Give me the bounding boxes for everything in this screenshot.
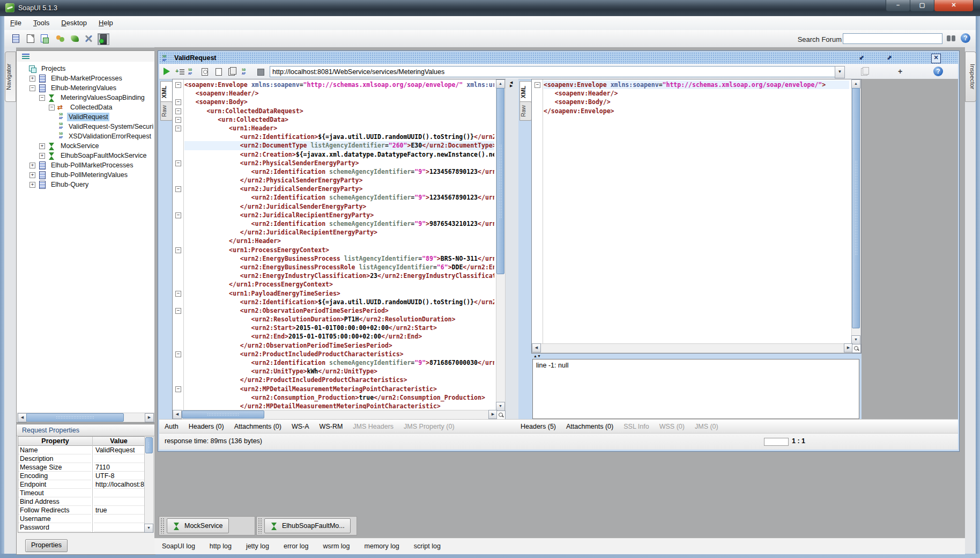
request-raw-tab[interactable]: Raw xyxy=(160,101,173,121)
window-minimize-icon[interactable]: ⬋ xyxy=(857,54,866,62)
fold-collapse-icon[interactable]: − xyxy=(175,386,181,392)
code-line[interactable]: <urn:CollectedDataRequest> xyxy=(184,107,494,115)
fold-collapse-icon[interactable]: − xyxy=(175,117,181,123)
mockservice-window-button[interactable]: MockService xyxy=(167,518,229,533)
response-xml-tab[interactable]: XML xyxy=(519,81,532,102)
table-cell[interactable]: http://localhost:80... xyxy=(94,480,145,489)
soap-action-icon[interactable]: SOAP xyxy=(241,67,250,76)
tab-headers-5-[interactable]: Headers (5) xyxy=(521,423,556,430)
tree-item-elhub-pollmarketprocesses[interactable]: +Elhub-PollMarketProcesses xyxy=(29,160,135,170)
tree-item-elhub-query[interactable]: +Elhub-Query xyxy=(29,180,90,189)
code-line[interactable]: <urn1:PayloadEnergyTimeSeries> xyxy=(184,289,494,298)
table-cell[interactable]: ValidRequest xyxy=(94,446,145,454)
copy-request-icon[interactable] xyxy=(227,67,236,76)
tree-item-xsdvalidationerrorrequest[interactable]: SOAPXSDValidationErrorRequest xyxy=(58,131,153,141)
code-line[interactable]: </soapenv:Envelope> xyxy=(544,107,849,115)
search-icon[interactable] xyxy=(947,34,956,42)
expand-icon[interactable]: + xyxy=(29,76,35,82)
collapse-icon[interactable]: − xyxy=(39,95,45,101)
code-line[interactable]: <soapenv:Body/> xyxy=(544,98,849,106)
recreate-request-icon[interactable]: SOAP xyxy=(187,67,197,76)
code-line[interactable]: </urn2:ObservationPeriodTimeSeriesPeriod… xyxy=(184,341,494,350)
code-line[interactable]: <urn2:Creation>${=javax.xml.datatype.Dat… xyxy=(184,150,494,159)
code-line[interactable]: <urn2:Identification>${=java.util.UUID.r… xyxy=(184,298,494,306)
table-cell[interactable]: Domain xyxy=(18,532,91,533)
tree-item-elhub-marketprocesses[interactable]: +Elhub-MarketProcesses xyxy=(29,74,124,83)
expand-icon[interactable]: + xyxy=(39,143,45,149)
table-cell[interactable]: 7110 xyxy=(94,463,145,472)
code-line[interactable]: </urn2:ProductIncludedProductCharacteris… xyxy=(184,376,494,384)
collapse-icon[interactable]: − xyxy=(49,105,55,111)
table-cell[interactable]: true xyxy=(94,506,145,515)
elhubsoapfault-window-button[interactable]: ElhubSoapFaultMo... xyxy=(264,518,351,533)
response-raw-tab[interactable]: Raw xyxy=(519,101,532,121)
code-line[interactable]: <urn2:Identification schemeAgencyIdentif… xyxy=(184,193,494,202)
code-line[interactable]: <urn2:Consumption_Production>true</urn2:… xyxy=(184,393,494,402)
code-line[interactable]: <soapenv:Header/> xyxy=(544,89,849,98)
code-line[interactable]: <urn2:JuridicalSenderEnergyParty> xyxy=(184,185,494,193)
window-close-icon[interactable]: ✕ xyxy=(931,54,941,63)
code-line[interactable]: </urn2:MPDetailMeasurementMeteringPointC… xyxy=(184,402,494,409)
collapse-icon[interactable]: − xyxy=(29,85,35,91)
code-line[interactable]: <urn2:DocumentType listAgencyIdentifier=… xyxy=(184,141,494,150)
fold-collapse-icon[interactable]: − xyxy=(175,126,181,131)
request-editor[interactable]: −−−−−−−−−−−−−− <soapenv:Envelope xmlns:s… xyxy=(172,79,506,420)
fold-collapse-icon[interactable]: − xyxy=(175,160,181,166)
expand-icon[interactable]: + xyxy=(39,153,45,159)
fold-collapse-icon[interactable]: − xyxy=(175,99,181,105)
fold-collapse-icon[interactable]: − xyxy=(175,291,181,297)
code-line[interactable]: <urn2:EnergyBusinessProcess listAgencyId… xyxy=(184,254,494,263)
log-tab-memory-log[interactable]: memory log xyxy=(365,542,399,550)
code-line[interactable]: <urn2:Identification schemeAgencyIdentif… xyxy=(184,219,494,228)
table-cell[interactable] xyxy=(94,523,145,532)
code-line[interactable]: </urn2:JuridicalSenderEnergyParty> xyxy=(184,202,494,211)
menu-tools[interactable]: Tools xyxy=(27,16,55,27)
request-window-titlebar[interactable]: SOAP ValidRequest ⬋ ⬈ ✕ xyxy=(159,52,958,64)
code-line[interactable]: <urn2:UnitType>kWh</urn2:UnitType> xyxy=(184,367,494,376)
code-line[interactable]: <soapenv:Envelope xmlns:soapenv="http://… xyxy=(544,80,849,89)
response-magnifier-icon[interactable] xyxy=(852,344,861,353)
code-line[interactable]: <urn2:End>2015-01-01T05:00:00+02:00</urn… xyxy=(184,332,494,341)
table-cell[interactable]: Encoding xyxy=(18,472,91,480)
endpoint-url-input[interactable] xyxy=(270,66,837,77)
navigator-tab[interactable]: Navigator xyxy=(5,52,16,102)
tools-icon[interactable] xyxy=(84,33,94,44)
create-empty-icon[interactable] xyxy=(200,67,210,76)
response-xml-content[interactable]: <soapenv:Envelope xmlns:soapenv="http://… xyxy=(544,80,849,342)
table-cell[interactable]: Endpoint xyxy=(18,480,91,489)
code-line[interactable]: <urn2:Identification>${=java.util.UUID.r… xyxy=(184,133,494,141)
save-all-projects-icon[interactable] xyxy=(40,33,50,44)
code-line[interactable]: <urn2:MPDetailMeasurementMeteringPointCh… xyxy=(184,385,494,393)
code-line[interactable]: <urn1:ProcessEnergyContext> xyxy=(184,246,494,254)
code-line[interactable]: </urn1:ProcessEnergyContext> xyxy=(184,280,494,289)
code-line[interactable]: <urn:CollectedData> xyxy=(184,115,494,124)
tree-item-collecteddata[interactable]: −⇄CollectedData xyxy=(49,102,114,112)
table-cell[interactable]: Username xyxy=(18,515,91,523)
code-line[interactable]: <urn2:EnergyBusinessProcessRole listAgen… xyxy=(184,263,494,271)
fold-collapse-icon[interactable]: − xyxy=(175,108,181,114)
request-xml-content[interactable]: <soapenv:Envelope xmlns:soapenv="http://… xyxy=(184,80,494,409)
code-line[interactable]: <urn2:JuridicalRecipientEnergyParty> xyxy=(184,211,494,219)
code-line[interactable]: </urn2:PhysicalSenderEnergyParty> xyxy=(184,176,494,185)
table-cell[interactable]: Bind Address xyxy=(18,497,91,506)
magnifier-icon[interactable] xyxy=(496,410,506,420)
navigator-hscrollbar[interactable]: ◀ ▶ xyxy=(17,413,154,422)
drag-grip[interactable] xyxy=(258,518,263,534)
code-line[interactable]: <urn1:Header> xyxy=(184,124,494,133)
tree-item-validrequest[interactable]: SOAPValidRequest xyxy=(58,112,109,122)
endpoint-dropdown-icon[interactable]: ▼ xyxy=(835,66,845,78)
tree-item-meteringvaluessoapbinding[interactable]: −MeteringValuesSoapBinding xyxy=(39,93,146,102)
expand-icon[interactable]: + xyxy=(29,172,35,178)
expand-icon[interactable]: + xyxy=(29,182,35,188)
title-bar[interactable]: SoapUI 5.1.3 – ▢ ✕ xyxy=(0,0,980,16)
fold-collapse-icon[interactable]: − xyxy=(175,308,181,314)
table-cell[interactable]: Password xyxy=(18,523,91,532)
new-project-icon[interactable] xyxy=(11,33,21,44)
code-line[interactable]: </urn1:Header> xyxy=(184,237,494,245)
table-cell[interactable]: Name xyxy=(18,446,91,454)
table-cell[interactable]: Timeout xyxy=(18,489,91,497)
fold-collapse-icon[interactable]: − xyxy=(175,212,181,218)
splitter-collapse-icons[interactable]: ◀▶ xyxy=(510,81,513,87)
table-cell[interactable] xyxy=(94,497,145,506)
drag-grip[interactable] xyxy=(160,518,165,534)
